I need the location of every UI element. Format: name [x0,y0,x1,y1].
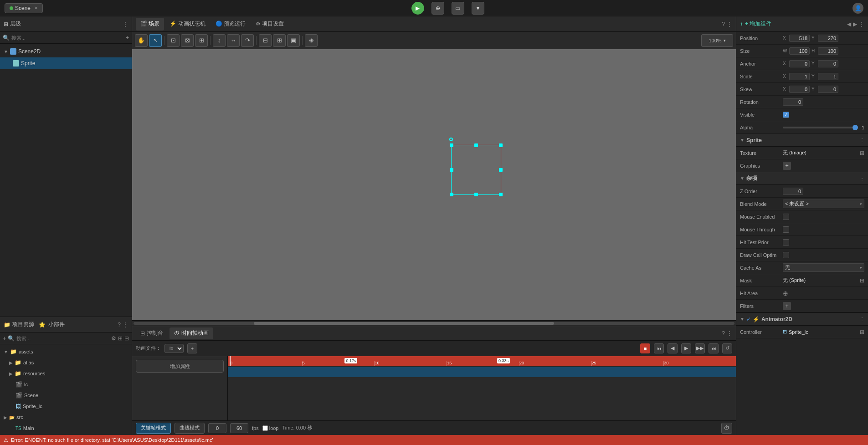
tab-timeline[interactable]: ⏱ 时间轴动画 [169,327,213,339]
play-button[interactable]: ▶ [411,2,424,15]
tl-play-btn[interactable]: ▶ [681,343,691,353]
snap2-button[interactable]: ⊞ [273,34,286,47]
hit-area-icon[interactable]: ⊕ [783,290,788,297]
asset-item-scene[interactable]: 🎬 Scene [0,390,132,401]
prop-nav-left[interactable]: ◀ [847,21,851,27]
pivot-handle[interactable] [449,138,453,141]
asset-item-sprite-lc[interactable]: 🖼 Sprite_lc [0,401,132,412]
tl-next-key-btn[interactable]: ⏭ [709,343,719,353]
handle-bottom-right[interactable] [499,193,503,196]
asset-grid-icon[interactable]: ⊞ [118,335,123,342]
tab-scene[interactable]: 🎬 场景 [136,18,164,31]
selected-sprite-object[interactable] [451,145,501,195]
tl-record-btn[interactable]: ■ [640,343,650,353]
canvas-horizontal-scrollbar[interactable] [132,320,736,326]
scene-tab[interactable]: Scene ✕ [5,3,43,13]
loop-checkbox[interactable] [262,425,268,431]
alpha-slider[interactable] [783,127,858,128]
mask-browse-icon[interactable]: ⊞ [860,277,864,284]
flip-v-button[interactable]: ↕ [213,34,226,47]
layer-add-icon[interactable]: + [126,35,129,41]
select-tool-button[interactable]: ↖ [149,34,162,47]
size-w-value[interactable]: 100 [789,47,810,55]
keyframe-mode-button[interactable]: 关键帧模式 [136,423,171,434]
asset-item-atlas[interactable]: ▶ 📁 atlas [0,357,132,368]
handle-bottom-center[interactable] [474,193,478,196]
tl-add-btn[interactable]: + [187,343,197,353]
prop-nav-right[interactable]: ▶ [853,21,857,27]
snap1-button[interactable]: ⊟ [259,34,272,47]
globe-button[interactable]: ⊕ [431,2,444,15]
misc-section-more[interactable]: ⋮ [860,176,864,181]
asset-search-input[interactable] [16,336,109,341]
scale-x-value[interactable]: 1 [789,73,810,80]
snap3-button[interactable]: ▣ [287,34,300,47]
asset-item-resources[interactable]: ▶ 📁 resources [0,368,132,379]
tl-next-frame-btn[interactable]: ▶▶ [695,343,705,353]
align-left-button[interactable]: ⊡ [167,34,180,47]
end-frame-input[interactable] [230,423,248,433]
tab-close-icon[interactable]: ✕ [34,5,38,10]
canvas-area[interactable] [132,49,736,320]
draw-call-optim-checkbox[interactable] [783,252,789,258]
add-property-button[interactable]: 增加属性 [136,360,224,373]
tab-preview[interactable]: 🔵 预览运行 [211,18,250,31]
controller-browse-icon[interactable]: ⊞ [860,329,864,335]
align-right-button[interactable]: ⊞ [195,34,208,47]
handle-middle-left[interactable] [450,168,453,172]
handle-top-right[interactable] [499,143,503,147]
timeline-more-icon[interactable]: ⋮ [727,330,732,337]
mouse-through-checkbox[interactable] [783,226,789,233]
mouse-enabled-checkbox[interactable] [783,214,789,220]
tab-project-settings[interactable]: ⚙ 项目设置 [251,18,288,31]
zoom-control[interactable]: 100% ▾ [701,34,733,47]
tab-animator[interactable]: ⚡ 动画状态机 [165,18,210,31]
position-y-value[interactable]: 270 [818,35,838,42]
skew-x-value[interactable]: 0 [789,86,810,93]
more-button[interactable]: ▾ [472,2,484,15]
scale-y-value[interactable]: 1 [818,73,838,80]
flip-h-button[interactable]: ↔ [227,34,240,47]
current-frame-input[interactable] [208,423,226,433]
asset-item-lc[interactable]: 🎬 lc [0,379,132,390]
misc-section-header[interactable]: ▼ 杂项 ⋮ [736,172,868,185]
tab-console[interactable]: ⊟ 控制台 [136,327,168,339]
prop-more-icon[interactable]: ⋮ [859,21,864,27]
layer-more-icon[interactable]: ⋮ [123,21,128,27]
anchor-y-value[interactable]: 0 [818,60,838,67]
graphics-add-button[interactable]: + [783,162,791,170]
add-component-button[interactable]: + + 增加组件 [740,20,771,28]
asset-item-src[interactable]: ▶ 📂 src [0,412,132,423]
position-x-value[interactable]: 518 [789,35,810,42]
asset-help-icon[interactable]: ? [118,322,121,328]
z-order-value[interactable]: 0 [783,188,803,195]
scroll-thumb[interactable] [254,322,555,325]
layer-item-scene2d[interactable]: ▼ Scene2D [0,46,132,57]
handle-top-left[interactable] [450,143,453,147]
timer-button[interactable]: ⏱ [721,423,732,434]
scene-more-icon[interactable]: ⋮ [727,21,732,27]
rotate-button[interactable]: ↷ [241,34,254,47]
asset-filter-icon[interactable]: ⚙ [111,335,116,342]
size-h-value[interactable]: 100 [818,47,838,55]
asset-more-icon[interactable]: ⋮ [123,322,128,328]
timeline-help-icon[interactable]: ? [722,330,725,337]
handle-top-center[interactable] [474,143,478,147]
layer-search-input[interactable] [11,35,124,41]
filters-add-button[interactable]: + [783,302,791,310]
hit-test-prior-checkbox[interactable] [783,239,789,246]
curve-mode-button[interactable]: 曲线模式 [175,423,205,434]
blend-mode-dropdown[interactable]: < 未设置 > ▾ [783,199,864,208]
tl-prev-key-btn[interactable]: ⏮ [654,343,664,353]
scene-help-icon[interactable]: ? [722,21,725,27]
anim-file-select[interactable]: lc [164,344,184,353]
visible-checkbox[interactable]: ✓ [783,112,789,118]
tl-prev-frame-btn[interactable]: ◀ [668,343,678,353]
texture-browse-icon[interactable]: ⊞ [860,150,864,156]
asset-item-assets[interactable]: ▼ 📁 assets [0,346,132,357]
hand-tool-button[interactable]: ✋ [135,34,148,47]
sprite-section-more[interactable]: ⋮ [860,138,864,143]
animator-status-check[interactable]: ✓ [746,316,751,322]
anchor-x-value[interactable]: 0 [789,60,810,67]
animator-section-more[interactable]: ⋮ [860,317,864,322]
